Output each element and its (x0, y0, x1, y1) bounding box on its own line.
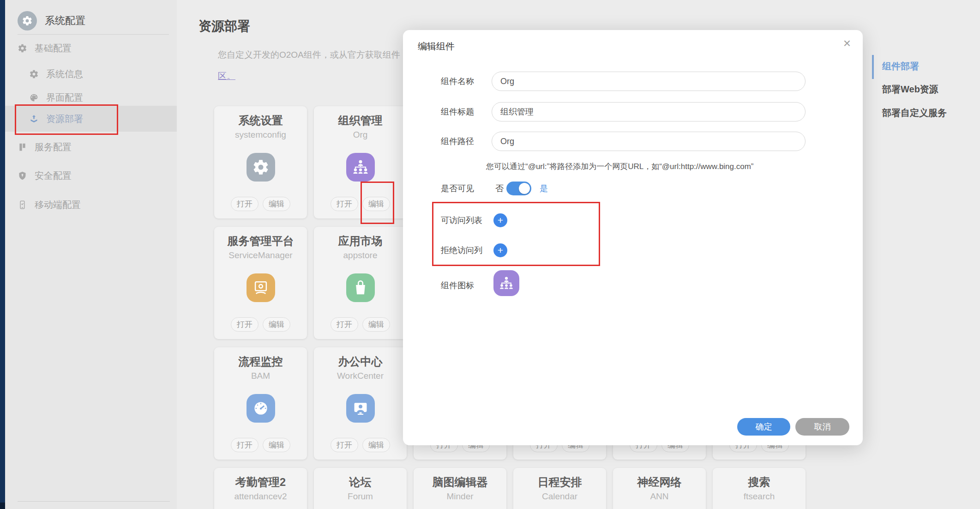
open-button[interactable]: 打开 (331, 317, 358, 332)
visible-toggle[interactable] (506, 182, 531, 195)
shield-icon (18, 171, 27, 181)
open-button[interactable]: 打开 (231, 197, 259, 211)
page-description-link[interactable]: 区。 (218, 70, 235, 82)
component-icon-preview[interactable] (493, 270, 519, 296)
component-icon-row: 组件图标 (403, 279, 863, 292)
edit-button[interactable]: 编辑 (263, 197, 290, 211)
field-label: 组件路径 (441, 132, 474, 151)
card-subtitle: WorkCenter (314, 370, 407, 382)
field-label: 可访问列表 (441, 212, 482, 228)
card-forum: 论坛 Forum (314, 468, 407, 509)
plus-icon: + (498, 215, 503, 225)
sidebar-item-label: 系统信息 (46, 68, 83, 80)
visible-row: 是否可见 否 是 (403, 181, 863, 196)
right-panel-active-bar (872, 55, 874, 79)
field-label: 是否可见 (441, 181, 474, 196)
open-button[interactable]: 打开 (331, 197, 358, 211)
sidebar-title: 系统配置 (45, 14, 85, 28)
palette-icon (29, 93, 39, 103)
field-label: 组件标题 (441, 102, 474, 121)
open-button[interactable]: 打开 (331, 438, 358, 452)
edit-button[interactable]: 编辑 (362, 317, 390, 332)
card-title: 脑图编辑器 (414, 468, 506, 489)
card-ann: 神经网络 ANN (613, 468, 706, 509)
card-minder: 脑图编辑器 Minder (414, 468, 506, 509)
sidebar-item-service-config[interactable]: 服务配置 (18, 138, 72, 156)
card-subtitle: ftsearch (713, 491, 806, 502)
card-title: 办公中心 (314, 347, 407, 369)
card-title: 流程监控 (214, 347, 307, 369)
sidebar-item-label: 移动端配置 (35, 199, 81, 211)
card-subtitle: Forum (314, 491, 407, 502)
card-title: 组织管理 (314, 106, 407, 127)
plus-icon: + (498, 245, 503, 255)
server-icon (18, 142, 27, 152)
deploy-icon (29, 114, 39, 124)
workstation-app-icon (346, 394, 375, 423)
gear-icon (29, 69, 39, 79)
card-subtitle: BAM (214, 370, 307, 382)
sidebar-item-security-config[interactable]: 安全配置 (18, 166, 72, 185)
left-rail-footer (0, 503, 5, 509)
toggle-on-label: 是 (540, 181, 548, 196)
card-subtitle: Minder (414, 491, 506, 502)
card-subtitle: systemconfig (214, 129, 307, 140)
toggle-knob (519, 183, 530, 194)
card-title: 服务管理平台 (214, 227, 307, 248)
edit-component-dialog: 编辑组件 × 组件名称 组件标题 组件路径 您可以通过“@url:”将路径添加为… (403, 30, 863, 445)
mobile-icon (18, 200, 27, 210)
gear-icon (18, 43, 27, 53)
cancel-button[interactable]: 取消 (795, 418, 849, 436)
edit-button[interactable]: 编辑 (263, 438, 290, 452)
card-appstore: 应用市场 appstore 打开 编辑 (314, 227, 407, 339)
card-title: 考勤管理2 (214, 468, 307, 489)
sidebar-item-label: 资源部署 (46, 113, 83, 125)
open-button[interactable]: 打开 (231, 438, 259, 452)
sidebar-item-label: 基础配置 (35, 42, 72, 55)
field-row-title: 组件标题 (403, 102, 863, 121)
toggle-off-label: 否 (495, 181, 504, 196)
field-row-path: 组件路径 (403, 132, 863, 151)
card-attendancev2: 考勤管理2 attendancev2 (214, 468, 307, 509)
sidebar-item-ui-config[interactable]: 界面配置 (29, 88, 83, 107)
component-title-input[interactable] (492, 102, 806, 121)
page-title: 资源部署 (198, 18, 250, 35)
left-rail (0, 0, 5, 509)
field-label: 组件名称 (441, 72, 474, 91)
close-icon[interactable]: × (843, 36, 851, 51)
sidebar-item-resource-deploy[interactable]: 资源部署 (29, 109, 83, 128)
gear-app-icon (247, 153, 275, 182)
service-window-app-icon (247, 273, 275, 302)
component-name-input[interactable] (492, 72, 806, 91)
edit-button[interactable]: 编辑 (362, 438, 390, 452)
card-title: 论坛 (314, 468, 407, 489)
card-servicemanager: 服务管理平台 ServiceManager 打开 编辑 (214, 227, 307, 339)
sidebar-bottom-divider (18, 501, 170, 502)
add-deny-button[interactable]: + (493, 243, 507, 257)
url-hint-text: 您可以通过“@url:”将路径添加为一个网页URL，如“@url:http://… (486, 161, 754, 172)
edit-button[interactable]: 编辑 (263, 317, 290, 332)
sidebar-item-basic-config[interactable]: 基础配置 (18, 39, 72, 57)
card-calendar: 日程安排 Calendar (513, 468, 606, 509)
tab-component-deploy[interactable]: 组件部署 (882, 60, 919, 74)
sidebar-item-system-info[interactable]: 系统信息 (29, 65, 83, 83)
sidebar-item-mobile-config[interactable]: 移动端配置 (18, 195, 81, 214)
open-button[interactable]: 打开 (231, 317, 259, 332)
add-access-button[interactable]: + (493, 213, 507, 227)
card-subtitle: attendancev2 (214, 491, 307, 502)
card-workcenter: 办公中心 WorkCenter 打开 编辑 (314, 347, 407, 460)
confirm-button[interactable]: 确定 (737, 418, 790, 436)
card-subtitle: Org (314, 129, 407, 140)
card-subtitle: ServiceManager (214, 249, 307, 261)
edit-button-org[interactable]: 编辑 (362, 197, 390, 211)
component-path-input[interactable] (492, 132, 806, 151)
card-subtitle: Calendar (513, 491, 606, 502)
tab-deploy-web-resource[interactable]: 部署Web资源 (882, 83, 938, 97)
right-panel: 组件部署 部署Web资源 部署自定义服务 (872, 0, 980, 509)
card-subtitle: ANN (613, 491, 706, 502)
card-title: 日程安排 (513, 468, 606, 489)
card-ftsearch: 搜索 ftsearch (713, 468, 806, 509)
card-title: 系统设置 (214, 106, 307, 127)
card-title: 神经网络 (613, 468, 706, 489)
tab-deploy-custom-service[interactable]: 部署自定义服务 (882, 107, 947, 121)
